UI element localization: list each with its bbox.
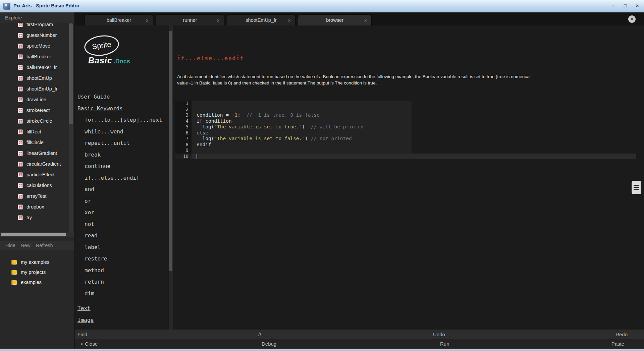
code-line-8[interactable]: 8endif xyxy=(175,142,636,148)
close-document-button[interactable]: < Close xyxy=(80,339,98,349)
tab-close-icon[interactable]: x xyxy=(146,18,149,23)
scrollbar-thumb[interactable] xyxy=(169,31,172,271)
file-item-particleeffect[interactable]: particleEffect xyxy=(0,169,67,180)
code-token-plain: log( xyxy=(197,136,214,141)
docs-nav-while-wend[interactable]: while...wend xyxy=(75,126,168,138)
explorer-action-hide[interactable]: Hide xyxy=(5,243,15,248)
tab-close-icon[interactable]: x xyxy=(365,18,367,23)
file-item-arraytest[interactable]: arrayTest xyxy=(0,191,67,201)
sidebar-vertical-scrollbar[interactable] xyxy=(69,23,73,232)
status-bar: Find // Undo Redo xyxy=(75,330,644,339)
code-line-9[interactable]: 9 xyxy=(175,148,636,154)
tab-bar: ballBreakerxrunnerxshootEmUp_frxbrowserx… xyxy=(75,12,644,25)
code-token-string: "The variable is set to true." xyxy=(214,124,302,129)
code-line-2[interactable]: 2 xyxy=(175,107,636,113)
paste-button[interactable]: Paste xyxy=(611,339,624,349)
folder-my-projects[interactable]: my projects xyxy=(0,267,74,277)
side-panel-handle[interactable] xyxy=(632,181,641,194)
file-icon xyxy=(18,162,23,167)
file-icon xyxy=(18,108,23,113)
docs-nav-if-else-endif[interactable]: if...else...endif xyxy=(75,172,168,184)
file-item-dropbox[interactable]: dropbox xyxy=(0,201,67,212)
docs-vertical-scrollbar[interactable] xyxy=(169,25,173,330)
docs-nav-image[interactable]: Image xyxy=(75,314,168,326)
docs-nav-return[interactable]: return xyxy=(75,276,168,288)
file-icon xyxy=(18,44,23,49)
tab-ballbreaker[interactable]: ballBreakerx xyxy=(85,14,153,25)
tab-close-icon[interactable]: x xyxy=(288,18,291,23)
code-editor[interactable]: 123condition = -1; // -1 is true, 0 is f… xyxy=(175,101,636,159)
docs-nav-xor[interactable]: xor xyxy=(75,207,168,219)
docs-nav-and[interactable]: and xyxy=(75,184,168,195)
code-token-comment: // -1 is true, 0 is false xyxy=(246,112,319,118)
file-icon xyxy=(18,65,23,70)
file-label: strokeRect xyxy=(26,108,50,113)
file-item-strokerect[interactable]: strokeRect xyxy=(0,105,67,116)
file-item-shootemup-fr[interactable]: shootEmUp_fr xyxy=(0,83,67,94)
run-button[interactable]: Run xyxy=(440,339,449,349)
line-number: 9 xyxy=(175,148,192,154)
docs-nav-for-to-step-next[interactable]: for...to...[step]...next xyxy=(75,114,168,126)
file-icon xyxy=(18,33,23,38)
file-item-lineargradient[interactable]: linearGradient xyxy=(0,148,67,159)
code-line-3[interactable]: 3condition = -1; // -1 is true, 0 is fal… xyxy=(175,112,636,118)
tab-browser[interactable]: browserx xyxy=(298,14,372,25)
file-item-ballbreaker[interactable]: ballBreaker xyxy=(0,51,67,62)
folder-my-examples[interactable]: my examples xyxy=(0,257,74,267)
find-button[interactable]: Find xyxy=(77,330,87,339)
file-item-firstprogram[interactable]: firstProgram xyxy=(0,23,67,30)
code-line-4[interactable]: 4if condition xyxy=(175,118,636,124)
undo-button[interactable]: Undo xyxy=(433,330,445,339)
docs-nav-dim[interactable]: dim xyxy=(75,288,168,300)
file-item-strokecircle[interactable]: strokeCircle xyxy=(0,116,67,126)
tab-shootemup-fr[interactable]: shootEmUp_frx xyxy=(227,14,296,25)
code-line-1[interactable]: 1 xyxy=(175,101,636,107)
explorer-action-refresh[interactable]: Refresh xyxy=(36,243,53,248)
redo-button[interactable]: Redo xyxy=(615,330,628,339)
file-item-try[interactable]: try xyxy=(0,212,67,223)
sidebar-horizontal-scrollbar[interactable] xyxy=(0,232,74,237)
docs-nav-method[interactable]: method xyxy=(75,265,168,277)
file-item-calculations[interactable]: calculations xyxy=(0,180,67,191)
file-label: guessNumber xyxy=(26,33,57,38)
docs-nav-continue[interactable]: continue xyxy=(75,161,168,172)
code-line-7[interactable]: 7 log("The variable is set to false.") /… xyxy=(175,136,636,142)
docs-nav-not[interactable]: not xyxy=(75,219,168,230)
docs-nav-read[interactable]: read xyxy=(75,230,168,242)
tab-runner[interactable]: runnerx xyxy=(156,14,224,25)
folder-examples[interactable]: examples xyxy=(0,277,74,287)
code-text xyxy=(192,148,412,154)
maximize-button[interactable]: □ xyxy=(621,2,629,10)
debug-button[interactable]: Debug xyxy=(262,339,276,349)
docs-nav-break[interactable]: break xyxy=(75,149,168,161)
file-item-shootemup[interactable]: shootEmUp xyxy=(0,73,67,83)
file-item-fillcircle[interactable]: fillCircle xyxy=(0,137,67,148)
tab-label: browser xyxy=(298,17,371,23)
explorer-action-new[interactable]: New xyxy=(21,243,31,248)
docs-sidebar: Sprite Basic.Docs User GuideBasic Keywor… xyxy=(75,25,168,330)
tab-close-icon[interactable]: x xyxy=(217,18,220,23)
docs-nav-text[interactable]: Text xyxy=(75,303,168,314)
docs-nav-restore[interactable]: restore xyxy=(75,253,168,265)
file-item-drawline[interactable]: drawLine xyxy=(0,94,67,105)
minimize-button[interactable]: – xyxy=(609,2,617,10)
file-item-guessnumber[interactable]: guessNumber xyxy=(0,30,67,41)
file-item-ballbreaker-fr[interactable]: ballBreaker_fr xyxy=(0,62,67,73)
logo-text: Basic.Docs xyxy=(88,56,130,65)
close-all-tabs-button[interactable]: × xyxy=(628,15,636,23)
scrollbar-thumb[interactable] xyxy=(69,23,73,124)
file-item-circulargradient[interactable]: circularGradient xyxy=(0,159,67,169)
docs-nav-user-guide[interactable]: User Guide xyxy=(75,91,168,103)
file-item-spritemove[interactable]: spriteMove xyxy=(0,41,67,51)
docs-nav-label[interactable]: label xyxy=(75,242,168,253)
file-item-fillrect[interactable]: fillRect xyxy=(0,126,67,137)
book-icon xyxy=(11,280,17,285)
close-button[interactable]: × xyxy=(633,2,641,10)
docs-nav-basic-keywords[interactable]: Basic Keywords xyxy=(75,103,168,115)
scrollbar-thumb[interactable] xyxy=(1,233,66,236)
docs-nav-repeat-until[interactable]: repeat...until xyxy=(75,137,168,149)
code-line-10[interactable]: 10 xyxy=(175,154,636,160)
code-line-5[interactable]: 5 log("The variable is set to true.") //… xyxy=(175,124,636,130)
code-line-6[interactable]: 6else xyxy=(175,130,636,136)
docs-nav-or[interactable]: or xyxy=(75,195,168,207)
